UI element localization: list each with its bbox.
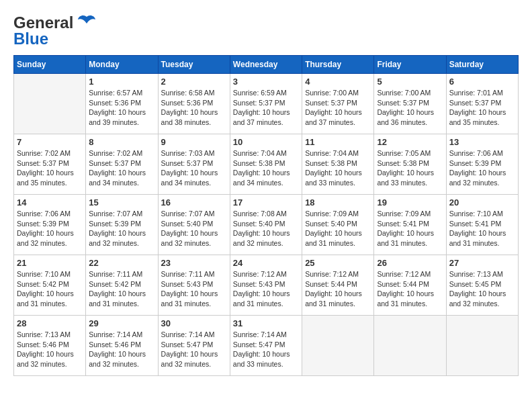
logo-bird-icon (77, 14, 96, 32)
day-info: Sunrise: 7:12 AMSunset: 5:43 PMDaylight:… (233, 269, 299, 309)
calendar-cell: 14Sunrise: 7:06 AMSunset: 5:39 PMDayligh… (14, 195, 86, 255)
day-info: Sunrise: 7:10 AMSunset: 5:42 PMDaylight:… (17, 269, 83, 309)
day-info: Sunrise: 7:03 AMSunset: 5:37 PMDaylight:… (161, 148, 227, 188)
day-info: Sunrise: 7:12 AMSunset: 5:44 PMDaylight:… (305, 269, 371, 309)
calendar-cell: 6Sunrise: 7:01 AMSunset: 5:37 PMDaylight… (446, 74, 518, 134)
day-info: Sunrise: 7:13 AMSunset: 5:46 PMDaylight:… (17, 330, 83, 369)
calendar-cell: 22Sunrise: 7:11 AMSunset: 5:42 PMDayligh… (86, 255, 158, 316)
day-info: Sunrise: 6:57 AMSunset: 5:36 PMDaylight:… (89, 88, 154, 128)
day-info: Sunrise: 7:11 AMSunset: 5:43 PMDaylight:… (161, 269, 227, 309)
calendar-cell: 24Sunrise: 7:12 AMSunset: 5:43 PMDayligh… (230, 255, 302, 316)
day-info: Sunrise: 7:13 AMSunset: 5:45 PMDaylight:… (449, 269, 515, 309)
calendar-header-tuesday: Tuesday (158, 56, 230, 74)
calendar-cell: 18Sunrise: 7:09 AMSunset: 5:40 PMDayligh… (302, 195, 374, 255)
calendar-header-row: SundayMondayTuesdayWednesdayThursdayFrid… (14, 56, 519, 74)
calendar-cell: 29Sunrise: 7:14 AMSunset: 5:46 PMDayligh… (86, 316, 158, 376)
day-number: 1 (89, 77, 154, 87)
calendar-cell: 25Sunrise: 7:12 AMSunset: 5:44 PMDayligh… (302, 255, 374, 316)
calendar-header-friday: Friday (374, 56, 446, 74)
day-number: 4 (305, 77, 371, 87)
calendar-cell: 27Sunrise: 7:13 AMSunset: 5:45 PMDayligh… (446, 255, 518, 316)
calendar-cell: 3Sunrise: 6:59 AMSunset: 5:37 PMDaylight… (230, 74, 302, 134)
calendar-cell: 8Sunrise: 7:02 AMSunset: 5:37 PMDaylight… (86, 134, 158, 195)
day-number: 13 (449, 137, 515, 147)
calendar-week-4: 21Sunrise: 7:10 AMSunset: 5:42 PMDayligh… (14, 255, 519, 316)
day-number: 10 (233, 137, 299, 147)
day-number: 12 (377, 137, 443, 147)
calendar-cell: 17Sunrise: 7:08 AMSunset: 5:40 PMDayligh… (230, 195, 302, 255)
calendar-cell: 28Sunrise: 7:13 AMSunset: 5:46 PMDayligh… (14, 316, 86, 376)
calendar-cell: 12Sunrise: 7:05 AMSunset: 5:38 PMDayligh… (374, 134, 446, 195)
day-number: 31 (233, 318, 299, 328)
calendar-cell (374, 316, 446, 376)
day-number: 11 (305, 137, 371, 147)
calendar-cell: 30Sunrise: 7:14 AMSunset: 5:47 PMDayligh… (158, 316, 230, 376)
calendar-cell: 31Sunrise: 7:14 AMSunset: 5:47 PMDayligh… (230, 316, 302, 376)
day-info: Sunrise: 7:07 AMSunset: 5:40 PMDaylight:… (161, 209, 227, 248)
calendar-header-thursday: Thursday (302, 56, 374, 74)
day-info: Sunrise: 7:14 AMSunset: 5:46 PMDaylight:… (89, 330, 154, 369)
day-number: 20 (449, 197, 515, 208)
logo: General Blue (13, 13, 96, 48)
day-info: Sunrise: 7:10 AMSunset: 5:41 PMDaylight:… (449, 209, 515, 248)
day-info: Sunrise: 7:04 AMSunset: 5:38 PMDaylight:… (233, 148, 299, 188)
calendar-header-saturday: Saturday (446, 56, 518, 74)
day-info: Sunrise: 6:58 AMSunset: 5:36 PMDaylight:… (161, 88, 227, 128)
calendar-cell: 11Sunrise: 7:04 AMSunset: 5:38 PMDayligh… (302, 134, 374, 195)
day-number: 17 (233, 197, 299, 208)
calendar-header-sunday: Sunday (14, 56, 86, 74)
day-info: Sunrise: 7:08 AMSunset: 5:40 PMDaylight:… (233, 209, 299, 248)
calendar-cell: 20Sunrise: 7:10 AMSunset: 5:41 PMDayligh… (446, 195, 518, 255)
day-info: Sunrise: 6:59 AMSunset: 5:37 PMDaylight:… (233, 88, 299, 128)
calendar-cell: 5Sunrise: 7:00 AMSunset: 5:37 PMDaylight… (374, 74, 446, 134)
day-number: 25 (305, 258, 371, 268)
calendar-cell: 15Sunrise: 7:07 AMSunset: 5:39 PMDayligh… (86, 195, 158, 255)
day-info: Sunrise: 7:14 AMSunset: 5:47 PMDaylight:… (161, 330, 227, 369)
day-number: 16 (161, 197, 227, 208)
day-number: 2 (161, 77, 227, 87)
day-number: 23 (161, 258, 227, 268)
day-info: Sunrise: 7:06 AMSunset: 5:39 PMDaylight:… (17, 209, 83, 248)
day-number: 21 (17, 258, 83, 268)
day-number: 28 (17, 318, 83, 328)
calendar-cell: 16Sunrise: 7:07 AMSunset: 5:40 PMDayligh… (158, 195, 230, 255)
day-info: Sunrise: 7:07 AMSunset: 5:39 PMDaylight:… (89, 209, 154, 248)
calendar-week-2: 7Sunrise: 7:02 AMSunset: 5:37 PMDaylight… (14, 134, 519, 195)
calendar-week-3: 14Sunrise: 7:06 AMSunset: 5:39 PMDayligh… (14, 195, 519, 255)
day-info: Sunrise: 7:11 AMSunset: 5:42 PMDaylight:… (89, 269, 154, 309)
calendar-cell: 23Sunrise: 7:11 AMSunset: 5:43 PMDayligh… (158, 255, 230, 316)
day-info: Sunrise: 7:05 AMSunset: 5:38 PMDaylight:… (377, 148, 443, 188)
calendar-cell: 10Sunrise: 7:04 AMSunset: 5:38 PMDayligh… (230, 134, 302, 195)
calendar-header-wednesday: Wednesday (230, 56, 302, 74)
calendar-cell: 21Sunrise: 7:10 AMSunset: 5:42 PMDayligh… (14, 255, 86, 316)
day-number: 6 (449, 77, 515, 87)
page-header: General Blue (13, 13, 519, 48)
day-info: Sunrise: 7:00 AMSunset: 5:37 PMDaylight:… (305, 88, 371, 128)
calendar-cell: 2Sunrise: 6:58 AMSunset: 5:36 PMDaylight… (158, 74, 230, 134)
calendar-cell: 7Sunrise: 7:02 AMSunset: 5:37 PMDaylight… (14, 134, 86, 195)
day-number: 9 (161, 137, 227, 147)
day-number: 7 (17, 137, 83, 147)
day-number: 29 (89, 318, 154, 328)
day-info: Sunrise: 7:06 AMSunset: 5:39 PMDaylight:… (449, 148, 515, 188)
calendar-cell (302, 316, 374, 376)
calendar-cell: 9Sunrise: 7:03 AMSunset: 5:37 PMDaylight… (158, 134, 230, 195)
calendar-cell (446, 316, 518, 376)
day-number: 24 (233, 258, 299, 268)
day-number: 27 (449, 258, 515, 268)
day-info: Sunrise: 7:14 AMSunset: 5:47 PMDaylight:… (233, 330, 299, 369)
day-info: Sunrise: 7:01 AMSunset: 5:37 PMDaylight:… (449, 88, 515, 128)
calendar-week-5: 28Sunrise: 7:13 AMSunset: 5:46 PMDayligh… (14, 316, 519, 376)
calendar-body: 1Sunrise: 6:57 AMSunset: 5:36 PMDaylight… (14, 74, 519, 376)
day-info: Sunrise: 7:09 AMSunset: 5:41 PMDaylight:… (377, 209, 443, 248)
calendar-cell: 4Sunrise: 7:00 AMSunset: 5:37 PMDaylight… (302, 74, 374, 134)
calendar-cell: 1Sunrise: 6:57 AMSunset: 5:36 PMDaylight… (86, 74, 158, 134)
day-number: 30 (161, 318, 227, 328)
day-number: 26 (377, 258, 443, 268)
calendar-header-monday: Monday (86, 56, 158, 74)
day-info: Sunrise: 7:02 AMSunset: 5:37 PMDaylight:… (89, 148, 154, 188)
calendar-table: SundayMondayTuesdayWednesdayThursdayFrid… (13, 55, 519, 376)
calendar-cell: 19Sunrise: 7:09 AMSunset: 5:41 PMDayligh… (374, 195, 446, 255)
calendar-cell (14, 74, 86, 134)
day-number: 8 (89, 137, 154, 147)
